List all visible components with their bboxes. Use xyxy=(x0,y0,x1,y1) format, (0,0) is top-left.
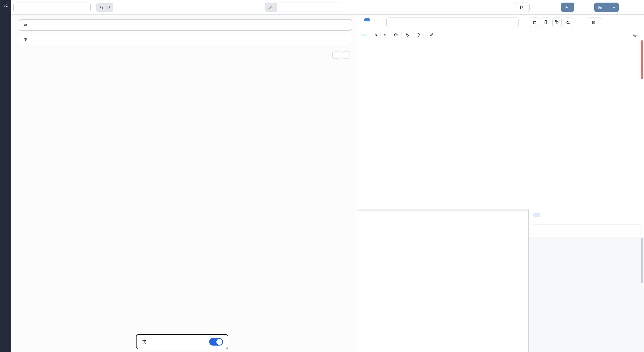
dollar-var-icon[interactable]: $ xyxy=(371,32,380,38)
path-value[interactable] xyxy=(277,3,343,12)
mobile-icon[interactable] xyxy=(541,18,550,27)
step-editor-panel: $ $ ◎ xyxy=(357,15,644,352)
sliders-icon xyxy=(23,23,28,27)
step-tabs xyxy=(357,209,528,220)
dollar-icon xyxy=(23,37,28,41)
pencil-icon xyxy=(268,5,272,9)
zoom-in-button[interactable] xyxy=(332,52,340,59)
redo-icon[interactable] xyxy=(106,5,111,10)
save-icon xyxy=(591,20,595,24)
undo-icon[interactable] xyxy=(401,32,413,38)
path-field[interactable] xyxy=(265,3,343,12)
zoom-out-button[interactable] xyxy=(342,52,350,59)
scrollbar-error-marker xyxy=(641,40,643,79)
export-json-button[interactable] xyxy=(516,3,530,12)
sync-icon[interactable] xyxy=(530,18,539,27)
reload-language-button[interactable] xyxy=(413,32,426,38)
error-handler-bar[interactable] xyxy=(136,334,228,349)
static-inputs-bar[interactable] xyxy=(19,34,352,45)
prop-list xyxy=(529,237,644,352)
prop-picker-panel xyxy=(528,209,644,352)
save-button[interactable] xyxy=(594,3,619,12)
reload-icon xyxy=(417,33,420,37)
valid-badge xyxy=(361,34,367,36)
undo-redo-group xyxy=(96,3,113,12)
code-editor[interactable] xyxy=(357,40,642,209)
format-brush-icon[interactable] xyxy=(426,32,437,38)
step-input-form xyxy=(357,221,528,352)
play-icon xyxy=(565,5,569,9)
assets-icon[interactable] xyxy=(564,18,573,27)
prop-search-input[interactable] xyxy=(533,224,641,234)
diff-view-icon[interactable]: ◎ xyxy=(630,32,640,38)
flow-title-input[interactable] xyxy=(13,3,91,12)
error-handler-toggle[interactable] xyxy=(209,338,223,346)
left-sidebar xyxy=(0,0,11,352)
flow-graph-panel xyxy=(11,15,357,352)
test-flow-button[interactable] xyxy=(561,3,574,12)
file-export-icon xyxy=(520,5,524,9)
chevron-down-icon xyxy=(612,5,616,9)
windmill-logo-icon[interactable] xyxy=(3,3,8,8)
save-icon xyxy=(598,5,602,9)
save-to-workspace-button[interactable] xyxy=(588,18,601,27)
bug-icon xyxy=(141,339,147,345)
settings-bar[interactable] xyxy=(19,19,352,31)
save-dropdown-button[interactable] xyxy=(609,3,619,12)
top-bar xyxy=(11,0,644,15)
summary-input[interactable] xyxy=(386,18,519,27)
prop-list-scrollbar[interactable] xyxy=(641,238,643,283)
editor-header xyxy=(357,15,644,30)
phone-icon[interactable] xyxy=(552,18,562,27)
package-icon[interactable] xyxy=(390,32,401,38)
path-label xyxy=(265,3,277,12)
undo-icon[interactable] xyxy=(99,5,103,10)
flow-edges xyxy=(11,15,357,352)
edit-or-link-input-button[interactable] xyxy=(533,213,540,217)
dollar-resource-icon[interactable]: $ xyxy=(380,32,390,38)
language-badge[interactable] xyxy=(364,18,370,21)
editor-toolbar: $ $ ◎ xyxy=(357,30,644,40)
